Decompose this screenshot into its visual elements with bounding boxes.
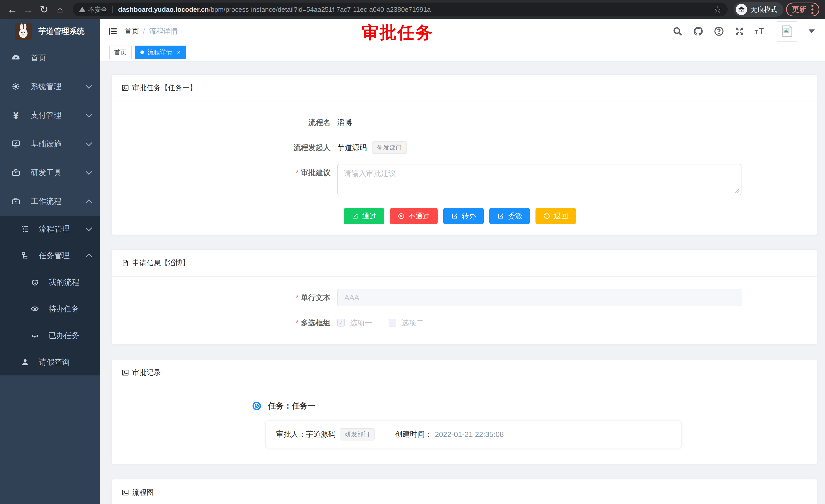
button-label: 通过: [362, 211, 377, 221]
workflow-submenu: 流程管理 任务管理 我的流程 待办任务: [0, 216, 100, 375]
approval-records-card: 审批记录 任务：任务一 审批人： 芋道源码 研发部门 创建时间：: [111, 359, 817, 465]
github-icon[interactable]: [692, 26, 704, 37]
sidebar-logo-row[interactable]: 芋道管理系统: [0, 19, 100, 44]
process-name-value: 滔博: [337, 114, 352, 131]
tab-home[interactable]: 首页: [109, 46, 132, 59]
security-indicator[interactable]: 不安全: [79, 5, 107, 14]
sidebar-item-my-process[interactable]: 我的流程: [0, 269, 100, 296]
sidebar-item-label: 流程管理: [39, 224, 70, 234]
sidebar-item-devtools[interactable]: 研发工具: [0, 158, 100, 187]
search-icon[interactable]: [672, 26, 683, 36]
card-title: 申请信息【滔博】: [132, 258, 190, 268]
font-size-icon[interactable]: TT: [755, 26, 764, 36]
sidebar-item-home[interactable]: 首页: [0, 44, 100, 72]
toolbox-icon: [11, 168, 21, 177]
picture-icon: [122, 84, 129, 92]
reload-button[interactable]: ↻: [38, 3, 51, 16]
card-header: 审批任务【任务一】: [112, 75, 817, 101]
tab-label: 流程详情: [148, 48, 172, 56]
incognito-badge: 无痕模式: [734, 2, 783, 17]
sidebar: 芋道管理系统 首页 系统管理 ¥ 支付管理 基础设施: [0, 19, 100, 504]
breadcrumb-separator: /: [143, 27, 145, 35]
task-title: 任务：任务一: [268, 401, 316, 411]
sidebar-item-pay[interactable]: ¥ 支付管理: [0, 101, 100, 130]
card-header: 审批记录: [112, 359, 817, 386]
address-bar[interactable]: 不安全 dashboard.yudao.iocoder.cn/bpm/proce…: [73, 3, 728, 16]
sidebar-item-system[interactable]: 系统管理: [0, 72, 100, 101]
bookmark-star-icon[interactable]: ☆: [714, 4, 722, 15]
divider: [112, 6, 113, 13]
transfer-button[interactable]: 转办: [443, 208, 484, 224]
chevron-down-icon: [86, 225, 92, 231]
incognito-label: 无痕模式: [751, 5, 777, 14]
dept-tag: 研发部门: [340, 428, 375, 440]
browser-menu-icon[interactable]: [811, 5, 814, 14]
sidebar-item-workflow[interactable]: 工作流程: [0, 187, 100, 216]
application-info-card: 申请信息【滔博】 单行文本 多选框组 ✓ 选项一: [111, 249, 817, 345]
sidebar-item-process-mgmt[interactable]: 流程管理: [0, 216, 100, 242]
browser-update-button[interactable]: 更新: [786, 3, 819, 16]
eye-closed-icon: [30, 331, 40, 340]
record-box: 审批人： 芋道源码 研发部门 创建时间： 2022-01-21 22:35:08: [266, 421, 681, 448]
avatar[interactable]: [777, 21, 797, 41]
created-label: 创建时间：: [395, 429, 432, 439]
checkbox-option-1: ✓ 选项一: [337, 314, 372, 331]
button-label: 转办: [462, 211, 476, 221]
chevron-down-icon: [86, 140, 92, 146]
tree-list-icon: [20, 225, 30, 233]
home-button[interactable]: ⌂: [53, 3, 67, 16]
field-label: 流程名: [112, 114, 337, 131]
chevron-up-icon: [86, 254, 92, 260]
tab-process-detail[interactable]: 流程详情 ×: [135, 46, 186, 59]
forward-button[interactable]: →: [21, 3, 35, 16]
timeline-item: 任务：任务一: [252, 401, 805, 411]
card-header: 流程图: [112, 480, 817, 504]
picture-icon: [122, 489, 129, 496]
sidebar-item-done-tasks[interactable]: 已办任务: [0, 322, 100, 349]
sidebar-item-label: 系统管理: [31, 81, 87, 92]
url-path: /bpm/process-instance/detail?id=54aa251f…: [209, 6, 431, 13]
sidebar-item-label: 待办任务: [49, 304, 79, 314]
sidebar-item-task-mgmt[interactable]: 任务管理: [0, 242, 100, 269]
sidebar-item-leave-query[interactable]: 请假查询: [0, 349, 100, 375]
approve-button[interactable]: 通过: [344, 208, 384, 224]
sidebar-toggle-icon[interactable]: [106, 25, 119, 37]
page-annotation: 审批任务: [362, 21, 434, 44]
picture-icon: [122, 369, 129, 376]
card-title: 审批任务【任务一】: [132, 83, 197, 93]
sidebar-item-label: 研发工具: [31, 167, 87, 178]
reject-button[interactable]: 不通过: [390, 208, 438, 224]
approval-task-card: 审批任务【任务一】 流程名 滔博 流程发起人 芋道源码 研发部门: [111, 74, 817, 235]
browser-toolbar: ← → ↻ ⌂ 不安全 dashboard.yudao.iocoder.cn/b…: [0, 0, 825, 19]
breadcrumb-home[interactable]: 首页: [125, 26, 139, 36]
dashboard-icon: [11, 53, 21, 63]
clock-icon: [252, 401, 261, 411]
chevron-up-icon: [86, 199, 92, 205]
checkbox-option-2: 选项二: [389, 314, 424, 331]
sidebar-item-label: 请假查询: [39, 357, 70, 367]
org-node-icon: [20, 251, 30, 260]
button-label: 退回: [554, 211, 568, 221]
flow-chart-card: 流程图: [111, 479, 817, 504]
face-icon: [30, 278, 40, 286]
avatar-caret-icon[interactable]: [809, 29, 815, 33]
yen-icon: ¥: [11, 110, 21, 121]
sidebar-item-todo-tasks[interactable]: 待办任务: [0, 296, 100, 322]
tag-view-bar: 首页 流程详情 ×: [100, 44, 825, 62]
return-button[interactable]: 退回: [535, 208, 576, 224]
help-icon[interactable]: [714, 26, 724, 36]
breadcrumb: 首页 / 流程详情: [125, 26, 178, 36]
opinion-textarea[interactable]: [337, 164, 742, 195]
close-icon[interactable]: ×: [177, 49, 180, 56]
back-button[interactable]: ←: [6, 3, 19, 16]
fullscreen-icon[interactable]: [734, 26, 745, 36]
app-header: 首页 / 流程详情 审批任务 TT: [100, 19, 825, 44]
monitor-icon: [11, 139, 21, 149]
checkbox-label: 选项一: [350, 314, 372, 331]
delegate-button[interactable]: 委派: [490, 208, 530, 224]
approver-label: 审批人：: [276, 429, 306, 439]
sidebar-item-infra[interactable]: 基础设施: [0, 130, 100, 158]
app-title: 芋道管理系统: [39, 26, 85, 36]
initiator-name: 芋道源码: [337, 139, 367, 156]
warning-icon: [79, 7, 86, 12]
